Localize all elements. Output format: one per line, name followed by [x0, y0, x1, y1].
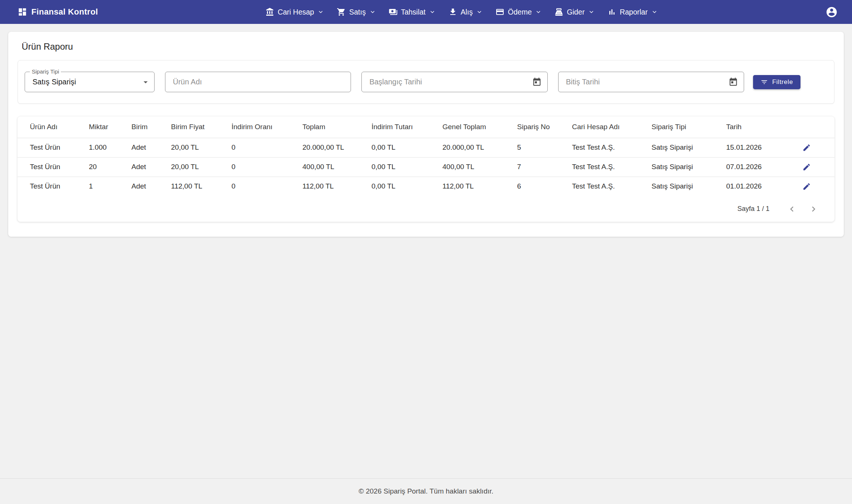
table-cell: 20,00 TL — [171, 157, 231, 177]
chevron-down-icon — [476, 8, 483, 16]
table-row: Test Ürün20Adet20,00 TL0400,00 TL0,00 TL… — [18, 157, 834, 177]
nav-item[interactable]: Satış — [337, 7, 376, 16]
table-cell: Satış Siparişi — [652, 177, 726, 196]
edit-row-button[interactable] — [798, 139, 815, 156]
column-header: İndirim Tutarı — [371, 116, 442, 138]
brand[interactable]: Finansal Kontrol — [18, 7, 98, 17]
pagination: Sayfa 1 / 1 — [18, 196, 834, 222]
end-date-calendar-button[interactable] — [726, 75, 741, 90]
table-row: Test Ürün1Adet112,00 TL0112,00 TL0,00 TL… — [18, 177, 834, 196]
edit-icon — [802, 182, 811, 191]
edit-row-button[interactable] — [798, 159, 815, 175]
table-cell: 112,00 TL — [302, 177, 371, 196]
page-title: Ürün Raporu — [22, 41, 834, 52]
pagination-next-button[interactable] — [805, 201, 822, 217]
order-type-select[interactable]: Sipariş Tipi Satış Siparişi — [25, 72, 155, 92]
column-header: Birim — [131, 116, 171, 138]
start-date-calendar-button[interactable] — [529, 75, 544, 90]
table-cell: 400,00 TL — [302, 157, 371, 177]
column-header: Genel Toplam — [442, 116, 517, 138]
order-type-value: Satış Siparişi — [32, 78, 76, 86]
table-cell: Test Ürün — [18, 177, 89, 196]
chevron-down-icon — [429, 8, 436, 16]
table-cell-actions — [795, 138, 834, 157]
table-header-row: Ürün AdıMiktarBirimBirim Fiyatİndirim Or… — [18, 116, 834, 138]
order-type-label: Sipariş Tipi — [30, 68, 61, 75]
filter-button-label: Filtrele — [772, 78, 793, 86]
table-cell: Satış Siparişi — [652, 157, 726, 177]
column-header: İndirim Oranı — [231, 116, 302, 138]
cart-icon — [337, 7, 346, 16]
table-cell: 0,00 TL — [371, 157, 442, 177]
table-cell: 20,00 TL — [171, 138, 231, 157]
nav-item-label: Ödeme — [508, 8, 532, 16]
pos-icon — [554, 7, 563, 16]
payments-icon — [389, 7, 398, 16]
table-cell: 7 — [517, 157, 572, 177]
table-cell: 0 — [231, 157, 302, 177]
table-cell: 01.01.2026 — [726, 177, 795, 196]
chevron-left-icon — [787, 204, 797, 214]
table-cell: 20 — [89, 157, 131, 177]
brand-title: Finansal Kontrol — [31, 7, 98, 17]
nav-item-label: Alış — [461, 8, 473, 16]
end-date-input[interactable] — [558, 72, 744, 92]
column-header: Sipariş No — [517, 116, 572, 138]
product-name-field-wrap — [165, 72, 351, 92]
table-cell: 112,00 TL — [171, 177, 231, 196]
nav-item[interactable]: Ödeme — [495, 7, 542, 16]
table-cell: 112,00 TL — [442, 177, 517, 196]
pagination-label: Sayfa 1 / 1 — [737, 205, 769, 213]
table-cell: 6 — [517, 177, 572, 196]
table-cell: Satış Siparişi — [652, 138, 726, 157]
report-table: Ürün AdıMiktarBirimBirim Fiyatİndirim Or… — [18, 116, 834, 196]
nav-item[interactable]: Tahsilat — [389, 7, 436, 16]
table-cell: Adet — [131, 177, 171, 196]
chevron-down-icon — [588, 8, 595, 16]
table-cell-actions — [795, 157, 834, 177]
table-cell: Test Test A.Ş. — [572, 138, 652, 157]
table-cell: 20.000,00 TL — [442, 138, 517, 157]
nav-item-label: Raporlar — [620, 8, 648, 16]
nav-item[interactable]: Raporlar — [607, 7, 658, 16]
table-cell: 0 — [231, 177, 302, 196]
chevron-right-icon — [808, 204, 819, 214]
column-header: Miktar — [89, 116, 131, 138]
table-cell: 1 — [89, 177, 131, 196]
start-date-field-wrap — [361, 72, 547, 92]
chevron-down-icon — [369, 8, 376, 16]
filter-icon — [761, 78, 768, 86]
account-button[interactable] — [825, 6, 838, 18]
table-cell: Test Ürün — [18, 157, 89, 177]
column-header: Ürün Adı — [18, 116, 89, 138]
table-cell: 07.01.2026 — [726, 157, 795, 177]
end-date-field-wrap — [558, 72, 744, 92]
table-row: Test Ürün1.000Adet20,00 TL020.000,00 TL0… — [18, 138, 834, 157]
nav-item[interactable]: Gider — [554, 7, 595, 16]
start-date-input[interactable] — [361, 72, 547, 92]
report-card: Ürün Raporu Sipariş Tipi Satış Siparişi — [8, 32, 844, 237]
column-header: Cari Hesap Adı — [572, 116, 652, 138]
edit-row-button[interactable] — [798, 178, 815, 195]
nav-item[interactable]: Alış — [448, 7, 483, 16]
filter-panel: Sipariş Tipi Satış Siparişi — [18, 60, 834, 104]
chevron-down-icon — [317, 8, 324, 16]
chevron-down-icon — [535, 8, 542, 16]
column-header-actions — [795, 116, 834, 138]
footer: © 2026 Sipariş Portal. Tüm hakları saklı… — [0, 478, 852, 504]
table-card: Ürün AdıMiktarBirimBirim Fiyatİndirim Or… — [18, 116, 834, 222]
chevron-down-icon — [651, 8, 658, 16]
column-header: Tarih — [726, 116, 795, 138]
navbar-menu: Cari Hesap Satış Tahsilat Alış Ödeme Gid… — [265, 7, 658, 16]
main-content: Ürün Raporu Sipariş Tipi Satış Siparişi — [0, 24, 852, 478]
nav-item[interactable]: Cari Hesap — [265, 7, 325, 16]
dropdown-arrow-icon — [141, 77, 150, 87]
calendar-icon — [532, 77, 542, 87]
bank-icon — [265, 7, 274, 16]
pagination-prev-button[interactable] — [784, 201, 800, 217]
table-cell: 0,00 TL — [371, 138, 442, 157]
product-name-input[interactable] — [165, 72, 351, 92]
filter-button[interactable]: Filtrele — [753, 75, 800, 89]
table-body: Test Ürün1.000Adet20,00 TL020.000,00 TL0… — [18, 138, 834, 196]
table-cell: 0,00 TL — [371, 177, 442, 196]
